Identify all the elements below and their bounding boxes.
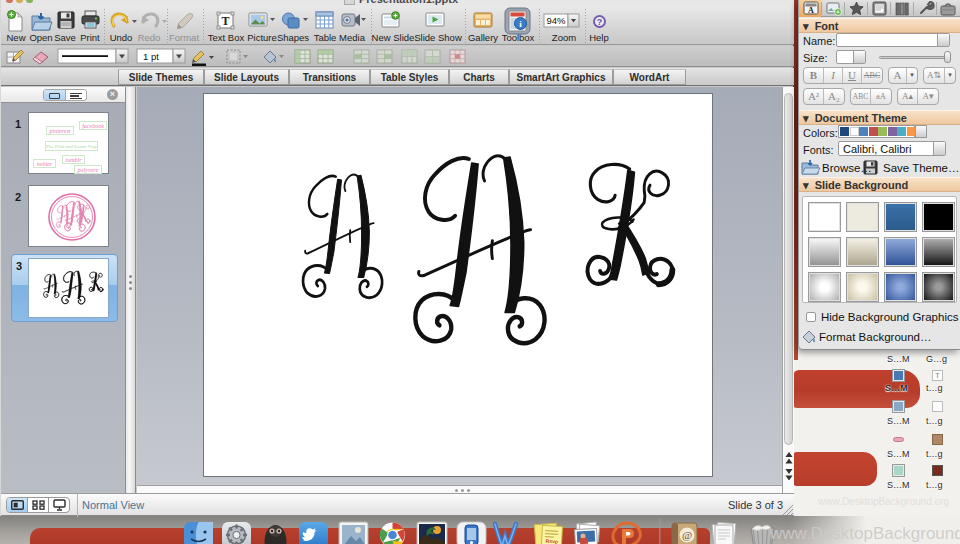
svg-text:Rsvp: Rsvp [546, 538, 559, 544]
svg-text:A: A [808, 6, 814, 15]
svg-text:@: @ [682, 529, 692, 541]
svg-text:?: ? [597, 17, 603, 27]
svg-text:1 pt: 1 pt [143, 51, 159, 62]
svg-text:94%: 94% [546, 15, 566, 26]
svg-text:T: T [221, 14, 229, 28]
